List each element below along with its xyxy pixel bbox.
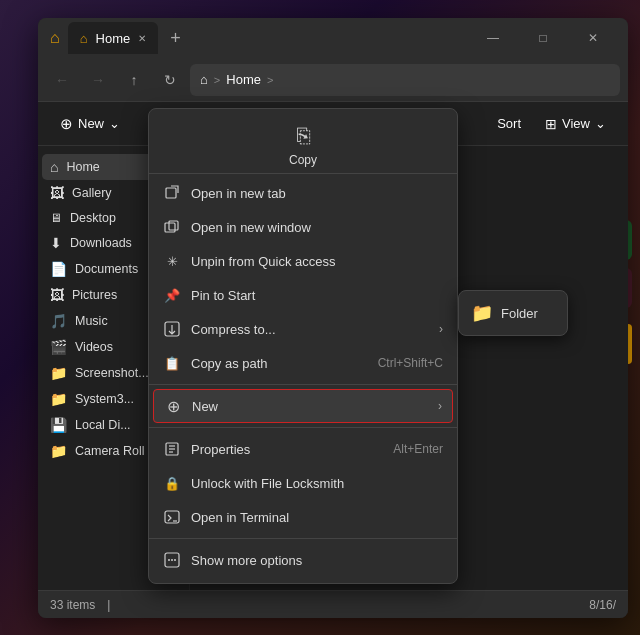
- close-button[interactable]: ✕: [570, 22, 616, 54]
- copy-icon: ⎘: [297, 123, 310, 149]
- screenshots-sidebar-icon: 📁: [50, 365, 67, 381]
- menu-item-show-more[interactable]: Show more options: [149, 543, 457, 577]
- view-button[interactable]: ⊞ View ⌄: [535, 111, 616, 137]
- sidebar-label-cameraroll: Camera Roll: [75, 444, 144, 458]
- context-menu: ⎘ Copy Open in new tab Open in new windo…: [148, 108, 458, 584]
- compress-arrow: ›: [439, 322, 443, 336]
- tab-close-button[interactable]: ✕: [138, 33, 146, 44]
- new-button-label: New: [78, 116, 104, 131]
- menu-separator-2: [149, 427, 457, 428]
- up-button[interactable]: ↑: [118, 64, 150, 96]
- new-button-icon: ⊕: [60, 115, 73, 133]
- menu-separator-1: [149, 384, 457, 385]
- menu-label-open-new-window: Open in new window: [191, 220, 311, 235]
- gallery-sidebar-icon: 🖼: [50, 185, 64, 201]
- localdisk-sidebar-icon: 💾: [50, 417, 67, 433]
- menu-label-properties: Properties: [191, 442, 250, 457]
- copy-label: Copy: [289, 153, 317, 167]
- sidebar-label-home: Home: [66, 160, 99, 174]
- music-sidebar-icon: 🎵: [50, 313, 67, 329]
- menu-item-open-terminal[interactable]: Open in Terminal: [149, 500, 457, 534]
- new-button-arrow: ⌄: [109, 116, 120, 131]
- menu-item-unpin[interactable]: ✳ Unpin from Quick access: [149, 244, 457, 278]
- submenu-item-folder[interactable]: 📁 Folder: [459, 295, 567, 331]
- menu-item-new[interactable]: ⊕ New ›: [153, 389, 453, 423]
- menu-item-compress[interactable]: Compress to... ›: [149, 312, 457, 346]
- view-button-label: View: [562, 116, 590, 131]
- pictures-sidebar-icon: 🖼: [50, 287, 64, 303]
- item-count: 33 items: [50, 598, 95, 612]
- sidebar-label-system32: System3...: [75, 392, 134, 406]
- menu-item-unlock[interactable]: 🔒 Unlock with File Locksmith: [149, 466, 457, 500]
- sidebar-label-screenshots: Screenshot...: [75, 366, 149, 380]
- downloads-sidebar-icon: ⬇: [50, 235, 62, 251]
- compress-icon: [163, 320, 181, 338]
- home-address-icon: ⌂: [200, 72, 208, 87]
- window-controls: — □ ✕: [470, 22, 616, 54]
- breadcrumb-sep2: >: [267, 74, 273, 86]
- sort-button-label: Sort: [497, 116, 521, 131]
- svg-rect-1: [165, 223, 175, 232]
- tab-title: Home: [96, 31, 131, 46]
- menu-label-show-more: Show more options: [191, 553, 302, 568]
- menu-item-properties[interactable]: Properties Alt+Enter: [149, 432, 457, 466]
- menu-separator-3: [149, 538, 457, 539]
- maximize-button[interactable]: □: [520, 22, 566, 54]
- sidebar-label-downloads: Downloads: [70, 236, 132, 250]
- svg-rect-0: [166, 188, 176, 198]
- svg-point-13: [174, 559, 176, 561]
- menu-label-pin-to-start: Pin to Start: [191, 288, 255, 303]
- documents-sidebar-icon: 📄: [50, 261, 67, 277]
- new-tab-button[interactable]: +: [170, 28, 181, 49]
- sidebar-label-music: Music: [75, 314, 108, 328]
- copy-as-path-icon: 📋: [163, 354, 181, 372]
- new-item-arrow: ›: [438, 399, 442, 413]
- cursor-indicator: |: [107, 598, 110, 612]
- properties-icon: [163, 440, 181, 458]
- desktop-sidebar-icon: 🖥: [50, 211, 62, 225]
- back-button[interactable]: ←: [46, 64, 78, 96]
- folder-submenu: 📁 Folder: [458, 290, 568, 336]
- show-more-icon: [163, 551, 181, 569]
- menu-label-compress: Compress to...: [191, 322, 276, 337]
- sidebar-label-pictures: Pictures: [72, 288, 117, 302]
- copy-as-path-shortcut: Ctrl+Shift+C: [378, 356, 443, 370]
- menu-label-copy-as-path: Copy as path: [191, 356, 268, 371]
- toolbar-right: Sort ⊞ View ⌄: [487, 111, 616, 137]
- menu-label-open-new-tab: Open in new tab: [191, 186, 286, 201]
- copy-menu-item[interactable]: ⎘ Copy: [149, 115, 457, 174]
- forward-button[interactable]: →: [82, 64, 114, 96]
- folder-submenu-icon: 📁: [471, 302, 493, 324]
- open-new-tab-icon: [163, 184, 181, 202]
- svg-point-12: [171, 559, 173, 561]
- home-icon: ⌂: [50, 29, 60, 47]
- properties-shortcut: Alt+Enter: [393, 442, 443, 456]
- menu-item-copy-as-path[interactable]: 📋 Copy as path Ctrl+Shift+C: [149, 346, 457, 380]
- svg-point-11: [168, 559, 170, 561]
- minimize-button[interactable]: —: [470, 22, 516, 54]
- new-button[interactable]: ⊕ New ⌄: [50, 110, 130, 138]
- address-bar[interactable]: ⌂ > Home >: [190, 64, 620, 96]
- breadcrumb-sep1: >: [214, 74, 220, 86]
- menu-label-open-terminal: Open in Terminal: [191, 510, 289, 525]
- tab-icon: ⌂: [80, 31, 88, 46]
- sidebar-label-gallery: Gallery: [72, 186, 112, 200]
- menu-label-unlock: Unlock with File Locksmith: [191, 476, 344, 491]
- open-new-window-icon: [163, 218, 181, 236]
- unlock-icon: 🔒: [163, 474, 181, 492]
- menu-item-open-new-tab[interactable]: Open in new tab: [149, 176, 457, 210]
- title-bar: ⌂ ⌂ Home ✕ + — □ ✕: [38, 18, 628, 58]
- sidebar-label-documents: Documents: [75, 262, 138, 276]
- active-tab[interactable]: ⌂ Home ✕: [68, 22, 159, 54]
- sidebar-label-localdisk: Local Di...: [75, 418, 131, 432]
- sort-button[interactable]: Sort: [487, 111, 531, 137]
- svg-rect-2: [169, 221, 178, 230]
- refresh-button[interactable]: ↻: [154, 64, 186, 96]
- home-sidebar-icon: ⌂: [50, 159, 58, 175]
- breadcrumb-home: Home: [226, 72, 261, 87]
- new-item-icon: ⊕: [164, 397, 182, 415]
- unpin-icon: ✳: [163, 252, 181, 270]
- menu-item-open-new-window[interactable]: Open in new window: [149, 210, 457, 244]
- nav-bar: ← → ↑ ↻ ⌂ > Home >: [38, 58, 628, 102]
- menu-item-pin-to-start[interactable]: 📌 Pin to Start: [149, 278, 457, 312]
